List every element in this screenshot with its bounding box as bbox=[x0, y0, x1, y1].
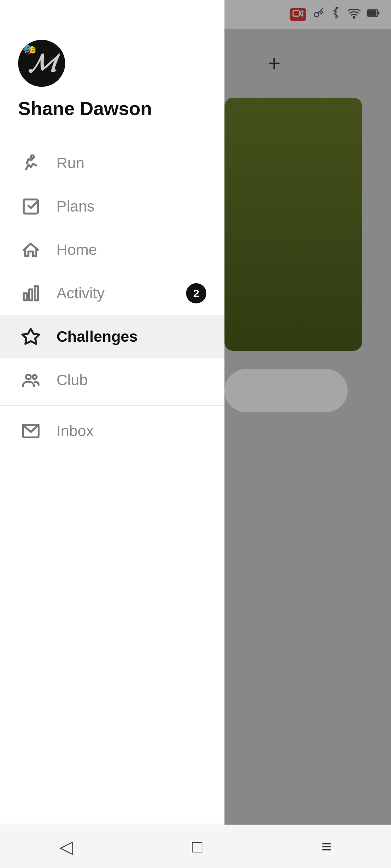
sidebar-item-inbox[interactable]: Inbox bbox=[0, 409, 224, 453]
svg-rect-13 bbox=[29, 289, 33, 300]
run-icon bbox=[18, 150, 43, 176]
club-icon bbox=[18, 367, 43, 393]
svg-rect-12 bbox=[24, 293, 27, 301]
sidebar-item-activity[interactable]: Activity 2 bbox=[0, 272, 224, 315]
bottom-nav-bar: ◁ □ ≡ bbox=[0, 825, 391, 868]
home-icon bbox=[18, 237, 43, 263]
sidebar-item-plans[interactable]: Plans bbox=[0, 185, 224, 228]
nav-divider bbox=[0, 405, 224, 406]
svg-rect-11 bbox=[24, 200, 38, 214]
svg-rect-14 bbox=[35, 286, 38, 301]
challenges-icon bbox=[18, 324, 43, 349]
svg-marker-15 bbox=[22, 329, 39, 344]
activity-label: Activity bbox=[56, 285, 105, 302]
inbox-label: Inbox bbox=[56, 422, 94, 440]
activity-badge: 2 bbox=[186, 283, 206, 303]
plans-icon bbox=[18, 194, 43, 219]
home-button[interactable]: □ bbox=[192, 837, 202, 856]
challenges-label: Challenges bbox=[56, 328, 138, 345]
sidebar-item-club[interactable]: Club bbox=[0, 358, 224, 402]
back-button[interactable]: ◁ bbox=[59, 837, 73, 857]
club-label: Club bbox=[56, 371, 88, 389]
sidebar-item-challenges[interactable]: Challenges bbox=[0, 315, 224, 358]
svg-point-17 bbox=[33, 375, 37, 379]
plans-label: Plans bbox=[56, 198, 94, 215]
navigation-drawer: 🎭 𝓜 Shane Dawson Run bbox=[0, 0, 224, 868]
user-name[interactable]: Shane Dawson bbox=[18, 98, 206, 119]
activity-icon bbox=[18, 281, 43, 306]
sidebar-item-home[interactable]: Home bbox=[0, 228, 224, 272]
nav-list: Run Plans Home bbox=[0, 134, 224, 817]
inbox-icon bbox=[18, 418, 43, 444]
home-label: Home bbox=[56, 241, 97, 259]
drawer-scrim[interactable] bbox=[224, 0, 391, 868]
sidebar-item-run[interactable]: Run bbox=[0, 141, 224, 185]
svg-point-16 bbox=[26, 375, 31, 379]
run-label: Run bbox=[56, 154, 84, 172]
menu-button[interactable]: ≡ bbox=[321, 837, 332, 856]
avatar[interactable]: 🎭 𝓜 bbox=[18, 40, 65, 87]
drawer-header: 🎭 𝓜 Shane Dawson bbox=[0, 0, 224, 134]
